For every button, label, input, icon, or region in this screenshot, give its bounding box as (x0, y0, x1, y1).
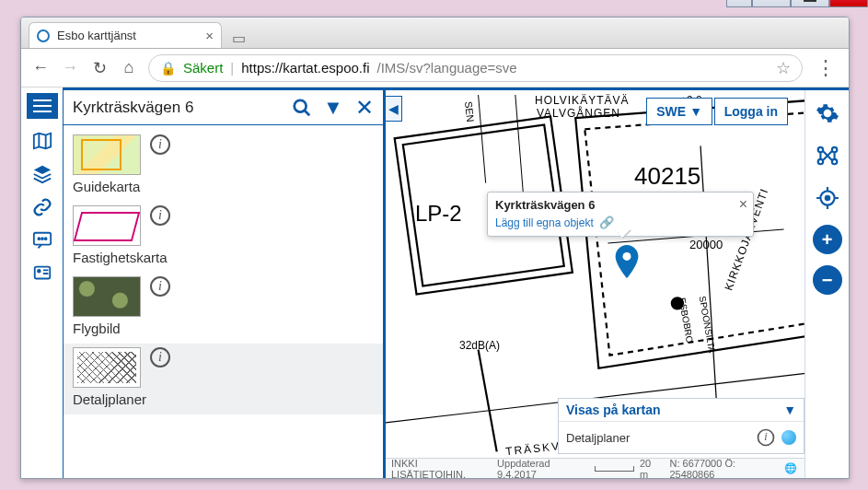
map-label-holv1: HOLVIKÄYTÄVÄ (535, 94, 629, 107)
layer-thumb (73, 205, 141, 246)
info-icon[interactable]: i (150, 276, 170, 297)
network-tool-button[interactable] (812, 140, 843, 171)
layer-item-flygbild[interactable]: i Flygbild (64, 273, 383, 344)
layer-label: Flygbild (73, 321, 374, 336)
info-icon[interactable]: i (150, 347, 170, 368)
scale-label: 20 m (640, 458, 661, 479)
new-tab-button[interactable]: ▭ (227, 29, 249, 48)
window-minimize-button[interactable] (752, 0, 791, 7)
popup-close-icon[interactable]: × (739, 196, 747, 213)
legend-title: Visas på kartan (566, 402, 660, 417)
map-label-holv2: VALVGÅNGEN (537, 107, 620, 120)
legend-row-label: Detaljplaner (566, 431, 630, 445)
layer-label: Guidekarta (73, 179, 374, 194)
map-label-parcel: 40215 (634, 162, 700, 191)
link-icon[interactable] (29, 196, 55, 218)
login-button[interactable]: Logga in (714, 98, 788, 125)
info-icon[interactable]: i (758, 429, 775, 447)
opacity-toggle-icon[interactable] (781, 430, 796, 445)
svg-point-2 (41, 238, 43, 239)
layer-item-detaljplaner[interactable]: i Detaljplaner (64, 344, 383, 414)
map-label-measure: 20000 (689, 238, 723, 251)
language-selector[interactable]: SWE ▼ (646, 98, 712, 125)
info-icon[interactable]: i (150, 205, 170, 226)
settings-button[interactable] (812, 98, 843, 129)
footer-updated: Uppdaterad 9.4.2017 (497, 458, 585, 479)
map-label-db: 32dB(A) (459, 339, 500, 352)
map-canvas[interactable]: ◀ 40215 LP-2 HOLVIKÄ (386, 88, 849, 478)
footer-coords: N: 6677000 Ö: 25480866 (669, 458, 775, 479)
svg-point-5 (37, 270, 40, 273)
svg-point-3 (44, 238, 46, 239)
popup-link-label: Lägg till egna objekt (495, 216, 594, 229)
left-rail (21, 88, 64, 478)
search-icon[interactable] (289, 95, 315, 121)
lock-icon: 🔒 (160, 61, 176, 76)
legend-row[interactable]: Detaljplaner i (559, 421, 804, 453)
zoom-out-button[interactable]: − (813, 265, 842, 295)
secure-label: Säkert (183, 60, 223, 76)
collapse-panel-button[interactable]: ◀ (386, 96, 402, 122)
svg-point-1 (38, 238, 40, 239)
layer-item-fastighetskarta[interactable]: i Fastighetskarta (64, 202, 383, 273)
svg-point-15 (825, 196, 828, 200)
layer-thumb (73, 347, 141, 388)
login-label: Logga in (724, 104, 778, 119)
app-root: Kyrkträskvägen 6 ▼ ✕ i Guidekarta (21, 88, 849, 478)
zoom-in-button[interactable]: + (813, 225, 842, 254)
favicon-icon (37, 29, 50, 42)
url-separator: | (230, 60, 234, 76)
map-label-sen: SEN (463, 100, 476, 122)
layers-icon[interactable] (29, 163, 55, 185)
svg-rect-4 (34, 267, 50, 279)
window-close-button[interactable]: × (829, 0, 868, 7)
search-input[interactable]: Kyrkträskvägen 6 (73, 99, 284, 117)
popup-add-link[interactable]: Lägg till egna objekt 🔗 (495, 216, 614, 229)
address-field[interactable]: 🔒 Säkert | https://kartat.espoo.fi/IMS/s… (148, 54, 803, 82)
map-tool-icon[interactable] (29, 130, 55, 152)
clear-search-icon[interactable]: ✕ (352, 95, 377, 121)
layer-thumb (73, 276, 141, 317)
layer-list: i Guidekarta i Fastighetskarta i (64, 125, 383, 478)
clip-icon: 🔗 (599, 216, 614, 229)
globe-icon[interactable]: 🌐 (784, 462, 797, 474)
chevron-down-icon: ▼ (689, 104, 702, 119)
filter-dropdown-icon[interactable]: ▼ (320, 95, 346, 121)
layer-label: Detaljplaner (73, 391, 374, 407)
map-label-lp: LP-2 (415, 201, 462, 227)
svg-point-16 (623, 252, 631, 261)
browser-window: Esbo karttjänst × ▭ ← → ↻ ⌂ 🔒 Säkert | h… (20, 17, 850, 479)
map-marker-icon (614, 245, 640, 282)
footer-copy: INKKI LISÄTIETOIHIN. (391, 458, 488, 479)
language-label: SWE (656, 104, 686, 119)
tab-title: Esbo karttjänst (57, 29, 136, 42)
legend-panel: Visas på kartan ▼ Detaljplaner i (558, 398, 804, 454)
panel-header: Kyrkträskvägen 6 ▼ ✕ (64, 90, 383, 125)
map-popup: Kyrkträskvägen 6 × Lägg till egna objekt… (487, 192, 754, 237)
browser-menu-button[interactable]: ⋮ (812, 56, 839, 80)
layer-thumb (73, 134, 141, 175)
locate-button[interactable] (812, 182, 843, 214)
scale-bar: 20 m (595, 458, 660, 479)
layer-label: Fastighetskarta (73, 250, 374, 265)
svg-point-6 (295, 99, 307, 111)
menu-button[interactable] (27, 93, 58, 119)
reload-button[interactable]: ↻ (89, 58, 110, 78)
url-bar: ← → ↻ ⌂ 🔒 Säkert | https://kartat.espoo.… (21, 49, 849, 88)
map-footer: INKKI LISÄTIETOIHIN. Uppdaterad 9.4.2017… (386, 458, 849, 478)
bookmark-star-icon[interactable]: ☆ (776, 58, 791, 78)
legend-header[interactable]: Visas på kartan ▼ (559, 399, 804, 421)
back-button[interactable]: ← (30, 58, 51, 78)
tab-strip: Esbo karttjänst × ▭ (21, 18, 849, 49)
url-path: /IMS/sv?language=sve (377, 60, 517, 76)
comment-icon[interactable] (29, 229, 55, 251)
tab-close-icon[interactable]: × (205, 28, 214, 43)
info-panel-icon[interactable] (29, 262, 55, 285)
home-button[interactable]: ⌂ (119, 58, 139, 78)
layer-item-guidekarta[interactable]: i Guidekarta (64, 131, 383, 202)
window-dropdown-button[interactable]: ▾ (726, 0, 752, 7)
browser-tab[interactable]: Esbo karttjänst × (29, 22, 222, 48)
info-icon[interactable]: i (150, 134, 170, 155)
window-maximize-button[interactable] (791, 0, 829, 7)
chevron-down-icon: ▼ (783, 402, 796, 417)
